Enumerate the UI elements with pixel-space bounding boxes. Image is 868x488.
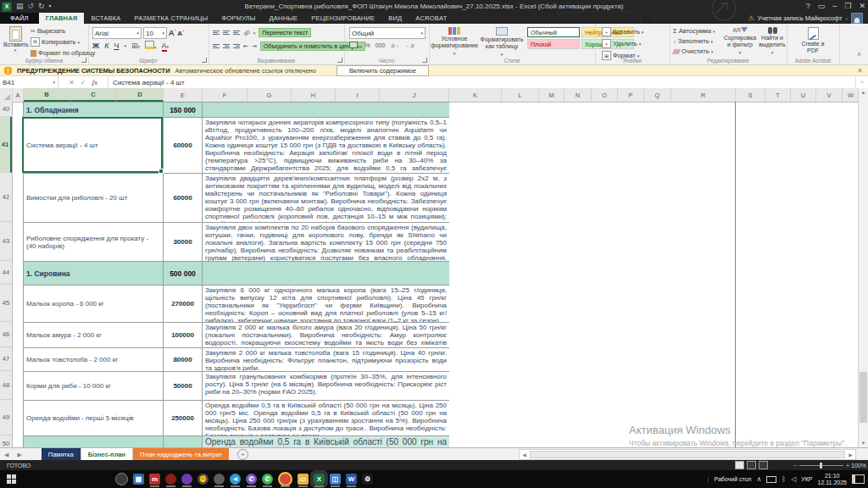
- cell-f50-desc[interactable]: Оренда водойми 0,5 га в Київській област…: [203, 436, 449, 447]
- expand-formula-bar-icon[interactable]: ˅: [855, 76, 868, 88]
- increase-decimal-icon[interactable]: ,0→: [390, 43, 399, 48]
- account-area[interactable]: ⚠ Учетная запись Майкрософт ▾: [748, 13, 863, 24]
- font-color-icon[interactable]: А▾: [162, 42, 170, 50]
- zoom-in-icon[interactable]: +: [846, 463, 849, 469]
- name-box-dropdown-icon[interactable]: ▾: [53, 80, 55, 85]
- cell-e44-value[interactable]: 500 000: [164, 262, 203, 285]
- scroll-up-icon[interactable]: ▲: [859, 90, 868, 95]
- tab-view[interactable]: ВИД: [381, 13, 409, 24]
- taskbar-icon-viber[interactable]: ✆: [246, 474, 257, 485]
- underline-button[interactable]: Ч: [114, 42, 119, 50]
- comma-style-icon[interactable]: 000: [376, 42, 386, 48]
- vertical-scroll-thumb[interactable]: [860, 372, 867, 423]
- paste-button[interactable]: Вставить ▾: [3, 26, 27, 53]
- scroll-down-icon[interactable]: ▼: [859, 441, 868, 446]
- avatar[interactable]: [851, 13, 863, 24]
- bold-button[interactable]: Ж: [92, 42, 99, 50]
- select-all-corner[interactable]: [0, 88, 13, 102]
- col-header-e[interactable]: E: [164, 88, 203, 102]
- col-header-n[interactable]: N: [565, 88, 592, 102]
- horizontal-scroll-thumb[interactable]: [530, 451, 845, 458]
- row-header-48[interactable]: 48: [0, 371, 12, 400]
- vertical-scrollbar[interactable]: ▲ ▼: [858, 88, 868, 447]
- cell-e48-value[interactable]: 50000: [164, 372, 203, 400]
- delete-cells-button[interactable]: ×Удалить▾: [602, 39, 643, 48]
- cell-e47-value[interactable]: 80000: [164, 348, 203, 371]
- cell-b45-label[interactable]: Мальок коропа - 6 000 кг: [24, 286, 164, 322]
- col-header-d[interactable]: D: [117, 88, 164, 102]
- col-header-u[interactable]: U: [791, 88, 816, 102]
- taskbar-icon-discord[interactable]: [181, 474, 192, 485]
- sheet-tab-pamyatka[interactable]: Памятка: [42, 448, 81, 461]
- cell-b43-label[interactable]: Риболовне спорядження для прокату - (40 …: [24, 223, 164, 261]
- cell-e40-value[interactable]: 150 000: [164, 103, 203, 117]
- volume-icon[interactable]: ◁: [791, 475, 796, 483]
- font-dialog-launcher-icon[interactable]: [202, 58, 207, 63]
- taskbar-icon-settings-gear[interactable]: ⚙: [362, 474, 373, 485]
- tab-insert[interactable]: ВСТАВКА: [84, 13, 127, 24]
- col-header-a[interactable]: A: [13, 88, 24, 102]
- col-header-r[interactable]: R: [671, 88, 736, 102]
- row-header-43[interactable]: 43: [0, 222, 12, 261]
- network-icon[interactable]: ᛒ: [782, 475, 786, 483]
- align-right-icon[interactable]: [233, 44, 240, 48]
- sort-filter-button[interactable]: АЯ Сортировка и фильтр▾: [722, 27, 758, 56]
- tab-page-layout[interactable]: РАЗМЕТКА СТРАНИЦЫ: [127, 13, 214, 24]
- cell-b42-label[interactable]: Вимостки для риболовлі - 20 шт: [24, 174, 164, 222]
- col-header-o[interactable]: O: [592, 88, 618, 102]
- conditional-formatting-button[interactable]: Условное форматирование▾: [432, 27, 476, 57]
- taskbar-icon-calculator[interactable]: ▦: [133, 474, 144, 485]
- orientation-icon[interactable]: ab: [242, 28, 251, 36]
- alignment-dialog-launcher-icon[interactable]: [337, 58, 342, 63]
- formula-input[interactable]: Система аерації - 4 шт: [108, 76, 855, 88]
- cell-e45-value[interactable]: 270000: [164, 286, 203, 322]
- col-header-b[interactable]: B: [24, 88, 70, 102]
- wrap-text-button[interactable]: Перенести текст: [259, 28, 311, 37]
- action-center-icon[interactable]: [852, 474, 865, 484]
- clock[interactable]: 21:10 12.11.2025: [817, 473, 847, 486]
- taskbar-icon-excel[interactable]: X: [314, 474, 325, 485]
- taskbar-icon-world-of-tanks[interactable]: [214, 474, 225, 485]
- cell-f44-desc[interactable]: [203, 262, 449, 285]
- col-header-j[interactable]: J: [380, 88, 449, 102]
- normal-view-icon[interactable]: [735, 461, 744, 469]
- row-header-49[interactable]: 49: [0, 400, 12, 435]
- enable-content-button[interactable]: Включить содержимое: [337, 65, 429, 76]
- cell-f47-desc[interactable]: Закупівля 2 000 кг малька товстолоба (ва…: [203, 348, 449, 371]
- col-header-f[interactable]: F: [203, 88, 248, 102]
- row-header-47[interactable]: 47: [0, 347, 12, 371]
- tab-home[interactable]: ГЛАВНАЯ: [39, 13, 85, 24]
- create-pdf-button[interactable]: Create a PDF: [797, 27, 829, 54]
- taskbar-icon-cortana[interactable]: [115, 473, 128, 485]
- find-select-button[interactable]: Найти и выделить▾: [758, 27, 787, 56]
- accounting-format-icon[interactable]: ▾: [349, 42, 360, 49]
- save-icon[interactable]: ▤: [16, 3, 24, 10]
- page-break-view-icon[interactable]: [759, 461, 768, 469]
- cell-f41-desc[interactable]: Закупівля чотирьох донних аераторів комп…: [203, 118, 449, 173]
- borders-icon[interactable]: ⊞▾: [131, 42, 140, 50]
- fill-button[interactable]: ↓Заполнить▾: [673, 37, 715, 45]
- font-name-select[interactable]: Arial▾: [92, 27, 142, 39]
- increase-indent-icon[interactable]: ⇥: [252, 43, 257, 50]
- desktop-toggle[interactable]: Рабочий стол: [715, 476, 752, 482]
- dismiss-warning-icon[interactable]: ✕: [857, 67, 863, 75]
- cell-b46-label[interactable]: Мальок амура - 2 000 кг: [24, 323, 164, 347]
- taskbar-icon-telegram[interactable]: ◄: [230, 474, 241, 485]
- col-header-k[interactable]: K: [449, 88, 502, 102]
- row-header-44[interactable]: 44: [0, 261, 12, 285]
- taskbar-icon-chrome[interactable]: [278, 472, 292, 486]
- taskbar-icon-file-explorer[interactable]: ▭: [298, 474, 309, 485]
- restore-icon[interactable]: ❐: [844, 2, 851, 10]
- row-header-41[interactable]: 41: [0, 117, 12, 173]
- cell-f43-desc[interactable]: Закупівля двох комплектів по 20 наборів …: [203, 223, 449, 261]
- clear-button[interactable]: Очистить▾: [673, 47, 715, 55]
- percent-style-icon[interactable]: %: [365, 42, 370, 48]
- show-hidden-icons[interactable]: ∧: [756, 475, 761, 483]
- hscroll-right-icon[interactable]: ▶: [846, 452, 855, 458]
- cell-f46-desc[interactable]: Закупівля 2 000 кг малька білого амура (…: [203, 323, 449, 347]
- tab-formulas[interactable]: ФОРМУЛЫ: [214, 13, 262, 24]
- autosum-button[interactable]: ΣАвтосумма▾: [673, 27, 715, 35]
- start-button[interactable]: [0, 474, 22, 484]
- format-as-table-button[interactable]: Форматировать как таблицу▾: [478, 27, 526, 58]
- undo-icon[interactable]: ↺: [28, 3, 35, 10]
